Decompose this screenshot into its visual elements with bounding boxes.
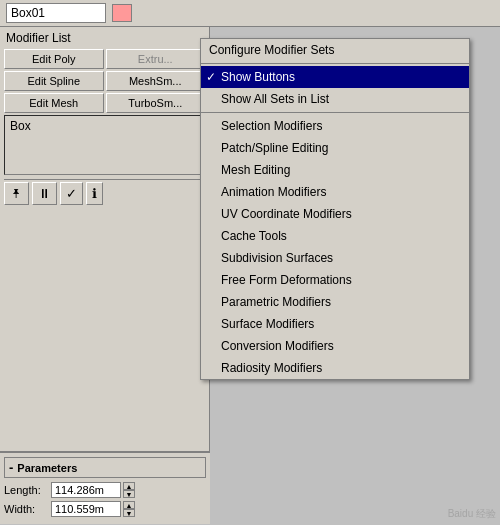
parameters-label: Parameters <box>17 462 77 474</box>
pause-button[interactable]: ⏸ <box>32 182 57 205</box>
menu-item-mesh-editing[interactable]: Mesh Editing <box>201 159 469 181</box>
mesh-editing-label: Mesh Editing <box>221 163 290 177</box>
width-row: Width: ▲ ▼ <box>4 501 206 517</box>
menu-divider-2 <box>201 112 469 113</box>
menu-item-selection-mod[interactable]: Selection Modifiers <box>201 115 469 137</box>
parameters-section: - Parameters Length: ▲ ▼ Width: ▲ ▼ <box>0 451 210 524</box>
color-swatch[interactable] <box>112 4 132 22</box>
extrude-button[interactable]: Extru... <box>106 49 206 69</box>
length-label: Length: <box>4 484 49 496</box>
conversion-label: Conversion Modifiers <box>221 339 334 353</box>
radiosity-label: Radiosity Modifiers <box>221 361 322 375</box>
edit-poly-button[interactable]: Edit Poly <box>4 49 104 69</box>
menu-item-show-all-sets[interactable]: Show All Sets in List <box>201 88 469 110</box>
menu-item-free-form[interactable]: Free Form Deformations <box>201 269 469 291</box>
width-label: Width: <box>4 503 49 515</box>
info-button[interactable]: ℹ <box>86 182 103 205</box>
edit-spline-button[interactable]: Edit Spline <box>4 71 104 91</box>
edit-mesh-button[interactable]: Edit Mesh <box>4 93 104 113</box>
pause-icon: ⏸ <box>38 186 51 201</box>
subdivision-label: Subdivision Surfaces <box>221 251 333 265</box>
menu-divider-1 <box>201 63 469 64</box>
length-down[interactable]: ▼ <box>123 490 135 498</box>
uv-coord-label: UV Coordinate Modifiers <box>221 207 352 221</box>
menu-item-radiosity[interactable]: Radiosity Modifiers <box>201 357 469 379</box>
cache-tools-label: Cache Tools <box>221 229 287 243</box>
object-name-input[interactable] <box>6 3 106 23</box>
stack-item-box: Box <box>7 118 202 134</box>
left-panel: Modifier List Edit Poly Extru... Edit Sp… <box>0 27 210 524</box>
modifier-list-label: Modifier List <box>4 31 205 45</box>
meshsmooth-button[interactable]: MeshSm... <box>106 71 206 91</box>
check-icon: ✓ <box>66 186 77 201</box>
menu-item-configure[interactable]: Configure Modifier Sets <box>201 39 469 61</box>
top-bar <box>0 0 500 27</box>
turbosmooth-button[interactable]: TurboSm... <box>106 93 206 113</box>
patch-spline-label: Patch/Spline Editing <box>221 141 328 155</box>
collapse-button[interactable]: - <box>9 460 13 475</box>
show-buttons-label: Show Buttons <box>221 70 295 84</box>
info-icon: ℹ <box>92 186 97 201</box>
width-spinners: ▲ ▼ <box>123 501 135 517</box>
menu-item-conversion[interactable]: Conversion Modifiers <box>201 335 469 357</box>
selection-mod-label: Selection Modifiers <box>221 119 322 133</box>
width-input[interactable] <box>51 501 121 517</box>
menu-item-parametric[interactable]: Parametric Modifiers <box>201 291 469 313</box>
menu-item-show-buttons[interactable]: ✓ Show Buttons <box>201 66 469 88</box>
length-spinners: ▲ ▼ <box>123 482 135 498</box>
menu-item-surface-mod[interactable]: Surface Modifiers <box>201 313 469 335</box>
modifier-panel: Modifier List Edit Poly Extru... Edit Sp… <box>0 27 210 211</box>
show-all-sets-label: Show All Sets in List <box>221 92 329 106</box>
length-up[interactable]: ▲ <box>123 482 135 490</box>
dropdown-menu: Configure Modifier Sets ✓ Show Buttons S… <box>200 38 470 380</box>
configure-label: Configure Modifier Sets <box>209 43 334 57</box>
parameters-header: - Parameters <box>4 457 206 478</box>
animation-mod-label: Animation Modifiers <box>221 185 326 199</box>
check-button[interactable]: ✓ <box>60 182 83 205</box>
modifier-stack[interactable]: Box <box>4 115 205 175</box>
width-up[interactable]: ▲ <box>123 501 135 509</box>
pin-button[interactable]: 🖈 <box>4 182 29 205</box>
modifier-toolbar: 🖈 ⏸ ✓ ℹ <box>4 179 205 207</box>
length-input[interactable] <box>51 482 121 498</box>
free-form-label: Free Form Deformations <box>221 273 352 287</box>
width-down[interactable]: ▼ <box>123 509 135 517</box>
show-buttons-check: ✓ <box>206 70 216 84</box>
surface-mod-label: Surface Modifiers <box>221 317 314 331</box>
pin-icon: 🖈 <box>10 186 23 201</box>
watermark: Baidu 经验 <box>448 507 496 521</box>
length-row: Length: ▲ ▼ <box>4 482 206 498</box>
menu-item-animation-mod[interactable]: Animation Modifiers <box>201 181 469 203</box>
menu-item-subdivision[interactable]: Subdivision Surfaces <box>201 247 469 269</box>
menu-item-cache-tools[interactable]: Cache Tools <box>201 225 469 247</box>
menu-item-uv-coord[interactable]: UV Coordinate Modifiers <box>201 203 469 225</box>
menu-item-patch-spline[interactable]: Patch/Spline Editing <box>201 137 469 159</box>
parametric-label: Parametric Modifiers <box>221 295 331 309</box>
modifier-buttons-grid: Edit Poly Extru... Edit Spline MeshSm...… <box>4 49 205 113</box>
